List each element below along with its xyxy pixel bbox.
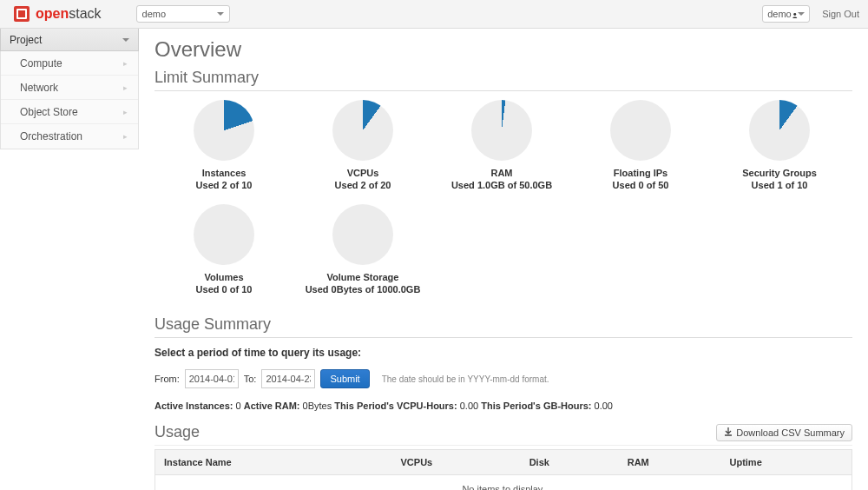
sidebar-item-label: Object Store (20, 106, 78, 118)
limit-sublabel: Used 2 of 10 (196, 180, 253, 190)
pie-chart (194, 100, 254, 161)
sidebar-list: Compute ▸ Network ▸ Object Store ▸ Orche… (0, 51, 139, 149)
limit-item-volumes: VolumesUsed 0 of 10 (155, 204, 293, 295)
page-title: Overview (155, 37, 852, 62)
main-content: Overview Limit Summary InstancesUsed 2 o… (139, 29, 868, 490)
usage-table: Instance Name VCPUs Disk RAM Uptime No i… (155, 449, 852, 490)
limit-sublabel: Used 0Bytes of 1000.0GB (306, 284, 421, 295)
limit-sublabel: Used 0 of 50 (613, 180, 669, 190)
pie-chart (332, 100, 393, 161)
user-icon (792, 10, 798, 18)
limit-item-floating-ips: Floating IPsUsed 0 of 50 (571, 100, 710, 190)
limit-item-instances: InstancesUsed 2 of 10 (155, 100, 293, 190)
col-uptime[interactable]: Uptime (720, 450, 852, 475)
sidebar: Project Compute ▸ Network ▸ Object Store… (0, 29, 139, 490)
limit-label: Instances (202, 168, 247, 178)
chevron-down-icon (217, 12, 224, 16)
limit-sublabel: Used 0 of 10 (196, 284, 253, 295)
col-ram[interactable]: RAM (619, 450, 721, 475)
chevron-down-icon (798, 12, 805, 16)
topbar: openstack demo demo Sign Out (0, 0, 868, 29)
limit-item-volume-storage: Volume StorageUsed 0Bytes of 1000.0GB (293, 204, 432, 295)
col-disk[interactable]: Disk (521, 450, 619, 475)
chevron-right-icon: ▸ (123, 132, 128, 141)
sidebar-item-label: Orchestration (20, 130, 82, 142)
col-vcpus[interactable]: VCPUs (392, 450, 521, 475)
active-instances-value: 0 (236, 401, 241, 411)
download-csv-button[interactable]: Download CSV Summary (716, 424, 852, 441)
limit-label: RAM (490, 168, 512, 178)
sidebar-item-object-store[interactable]: Object Store ▸ (1, 100, 138, 124)
limit-sublabel: Used 2 of 20 (335, 180, 391, 190)
active-instances-label: Active Instances: (155, 401, 233, 411)
openstack-logo-icon (13, 5, 30, 23)
logo-open: open (36, 6, 69, 22)
limit-label: VCPUs (347, 168, 379, 178)
usage-query-form: From: To: Submit The date should be in Y… (155, 369, 852, 388)
vcpu-hours-label: This Period's VCPU-Hours: (334, 401, 457, 411)
limit-label: Floating IPs (614, 168, 667, 178)
chevron-right-icon: ▸ (123, 59, 128, 68)
to-date-input[interactable] (261, 369, 315, 388)
limit-label: Volumes (204, 272, 243, 282)
svg-rect-2 (18, 10, 25, 17)
sidebar-header-label: Project (10, 34, 42, 46)
from-date-input[interactable] (185, 369, 239, 388)
sign-out-link[interactable]: Sign Out (822, 9, 859, 19)
user-dropdown[interactable]: demo (762, 5, 810, 23)
active-ram-label: Active RAM: (244, 401, 300, 411)
svg-point-3 (793, 12, 796, 15)
chevron-right-icon: ▸ (123, 108, 128, 116)
pie-chart (610, 100, 671, 161)
pie-chart (749, 100, 810, 161)
vcpu-hours-value: 0.00 (460, 401, 478, 411)
submit-button[interactable]: Submit (320, 369, 369, 388)
limit-sublabel: Used 1.0GB of 50.0GB (451, 180, 552, 190)
chevron-right-icon: ▸ (123, 83, 128, 92)
logo[interactable]: openstack (13, 5, 102, 23)
limit-label: Security Groups (742, 168, 817, 178)
project-dropdown[interactable]: demo (136, 5, 230, 23)
sidebar-item-network[interactable]: Network ▸ (1, 76, 138, 100)
usage-summary-title: Usage Summary (155, 315, 852, 338)
project-selected-label: demo (142, 9, 167, 19)
sidebar-item-label: Network (20, 82, 58, 94)
limit-item-security-groups: Security GroupsUsed 1 of 10 (710, 100, 849, 190)
chevron-down-icon (122, 38, 129, 42)
from-label: From: (155, 374, 180, 384)
empty-row: No items to display. (155, 475, 852, 491)
sidebar-item-label: Compute (20, 57, 62, 70)
date-hint: The date should be in YYYY-mm-dd format. (382, 374, 549, 384)
limit-item-ram: RAMUsed 1.0GB of 50.0GB (432, 100, 571, 190)
active-ram-value: 0Bytes (303, 401, 332, 411)
limit-item-vcpus: VCPUsUsed 2 of 20 (293, 100, 432, 190)
limit-label: Volume Storage (327, 272, 399, 282)
pie-chart (194, 204, 254, 265)
pie-chart (332, 204, 393, 265)
limit-grid: InstancesUsed 2 of 10VCPUsUsed 2 of 20RA… (155, 100, 852, 308)
download-csv-label: Download CSV Summary (736, 427, 845, 438)
sidebar-header-project[interactable]: Project (0, 29, 139, 51)
sidebar-item-orchestration[interactable]: Orchestration ▸ (1, 124, 138, 149)
to-label: To: (244, 374, 257, 384)
logo-text: openstack (36, 6, 102, 22)
gb-hours-value: 0.00 (595, 401, 613, 411)
sidebar-item-compute[interactable]: Compute ▸ (1, 51, 138, 76)
gb-hours-label: This Period's GB-Hours: (481, 401, 591, 411)
logo-stack: stack (69, 6, 101, 22)
period-prompt: Select a period of time to query its usa… (155, 347, 852, 359)
user-selected-label: demo (767, 9, 792, 19)
usage-title: Usage (155, 423, 200, 441)
download-icon (724, 427, 733, 438)
col-instance-name[interactable]: Instance Name (155, 450, 392, 475)
pie-chart (471, 100, 532, 161)
summary-stats: Active Instances: 0 Active RAM: 0Bytes T… (155, 401, 852, 411)
limit-sublabel: Used 1 of 10 (752, 180, 808, 190)
limit-summary-title: Limit Summary (155, 69, 852, 91)
usage-header: Usage Download CSV Summary (155, 423, 852, 446)
